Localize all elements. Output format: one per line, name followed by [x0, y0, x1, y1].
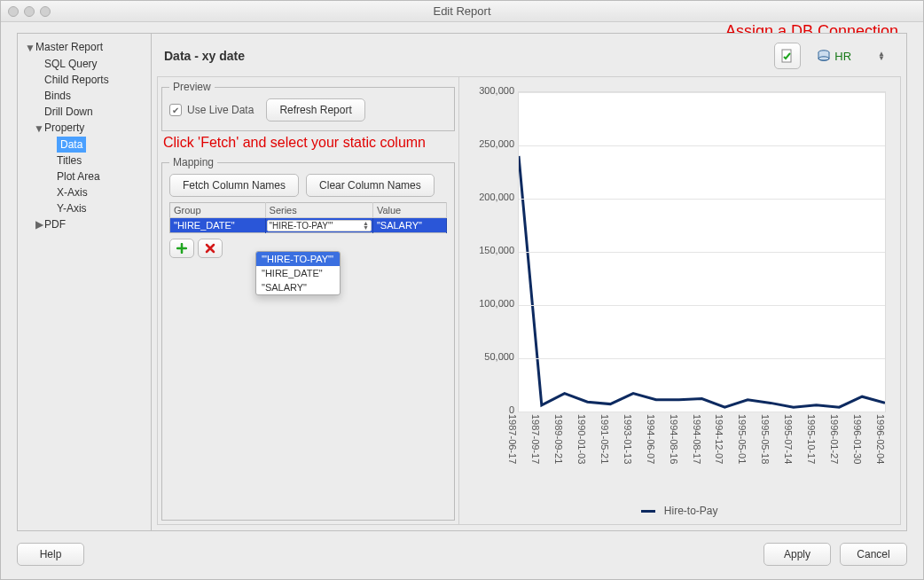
x-tick-label: 1987-09-17 — [530, 414, 541, 464]
tree-master-report[interactable]: ▼Master Report — [21, 39, 147, 56]
y-tick-label: 100,000 — [465, 298, 514, 309]
mapping-table: Group Series Value "HIRE_DATE" "HIRE-TO-… — [169, 202, 447, 233]
cell-group[interactable]: "HIRE_DATE" — [170, 218, 266, 233]
x-icon — [205, 243, 215, 254]
x-tick-label: 1995-05-01 — [737, 414, 748, 464]
x-tick-label: 1994-08-17 — [692, 414, 702, 464]
col-value[interactable]: Value — [372, 203, 446, 218]
mapping-legend: Mapping — [169, 156, 217, 169]
x-tick-label: 1996-01-30 — [852, 414, 863, 464]
cancel-button[interactable]: Cancel — [840, 543, 907, 566]
x-tick-label: 1995-07-14 — [783, 414, 794, 464]
disclosure-triangle-icon[interactable]: ▶ — [34, 218, 44, 231]
x-tick-label: 1991-05-21 — [599, 414, 610, 464]
x-tick-label: 1995-05-18 — [760, 414, 771, 464]
tree-binds[interactable]: Binds — [21, 88, 147, 104]
cell-value[interactable]: "SALARY" — [372, 218, 446, 233]
panel-title: Data - xy date — [164, 49, 245, 63]
apply-button[interactable]: Apply — [763, 543, 831, 566]
disclosure-triangle-icon[interactable]: ▼ — [25, 42, 35, 54]
edit-report-window: Edit Report Assign a DB Connection ▼Mast… — [0, 0, 924, 580]
db-connection-label: HR — [834, 50, 851, 63]
tree-drill-down[interactable]: Drill Down — [21, 104, 147, 120]
clear-column-names-button[interactable]: Clear Column Names — [306, 174, 435, 197]
data-body: Preview ✔ Use Live Data Refresh Report C… — [157, 76, 901, 525]
y-tick-label: 300,000 — [465, 85, 514, 96]
x-tick-label: 1990-01-03 — [576, 414, 587, 464]
report-tree: ▼Master Report SQL Query Child Reports B… — [18, 34, 151, 530]
x-tick-label: 1994-08-16 — [669, 414, 679, 464]
chart-preview-pane: 1987-06-171987-09-171989-09-211990-01-03… — [459, 77, 900, 524]
db-connection-selector[interactable]: HR ▲▼ — [808, 49, 894, 63]
use-live-data-checkbox[interactable]: ✔ Use Live Data — [169, 104, 254, 116]
add-row-button[interactable] — [169, 239, 194, 258]
y-tick-label: 0 — [465, 404, 514, 415]
window-title: Edit Report — [1, 4, 923, 18]
x-tick-label: 1995-10-17 — [806, 414, 817, 464]
database-icon — [817, 49, 831, 63]
tree-sql-query[interactable]: SQL Query — [21, 56, 147, 72]
tree-y-axis[interactable]: Y-Axis — [21, 200, 147, 216]
data-header: Data - xy date HR ▲▼ — [157, 39, 901, 76]
tree-data[interactable]: Data — [57, 137, 86, 153]
tree-plot-area[interactable]: Plot Area — [21, 169, 147, 184]
col-group[interactable]: Group — [170, 203, 266, 218]
x-tick-label: 1994-12-07 — [714, 414, 724, 464]
disclosure-triangle-icon[interactable]: ▼ — [34, 122, 44, 135]
tree-property[interactable]: ▼Property — [21, 120, 147, 137]
tree-pdf[interactable]: ▶PDF — [21, 216, 147, 233]
x-tick-label: 1987-06-17 — [507, 414, 518, 464]
line-chart: 1987-06-171987-09-171989-09-211990-01-03… — [465, 82, 895, 519]
tree-x-axis[interactable]: X-Axis — [21, 184, 147, 200]
dropdown-option[interactable]: "HIRE_DATE" — [256, 266, 340, 280]
mapping-pane: Preview ✔ Use Live Data Refresh Report C… — [158, 77, 459, 524]
mapping-group: Mapping Fetch Column Names Clear Column … — [161, 156, 455, 521]
x-axis-ticks: 1987-06-171987-09-171989-09-211990-01-03… — [518, 414, 886, 510]
help-button[interactable]: Help — [17, 543, 84, 566]
x-tick-label: 1993-01-13 — [623, 414, 633, 464]
y-tick-label: 50,000 — [465, 351, 514, 362]
preview-group: Preview ✔ Use Live Data Refresh Report — [161, 81, 455, 131]
x-tick-label: 1989-09-21 — [553, 414, 564, 464]
chart-legend: Hire-to-Pay — [465, 505, 895, 517]
dialog-footer: Help Apply Cancel — [17, 538, 907, 570]
y-tick-label: 150,000 — [465, 245, 514, 255]
legend-swatch — [641, 510, 655, 513]
legend-label: Hire-to-Pay — [664, 505, 718, 517]
titlebar: Edit Report — [1, 1, 923, 22]
mapping-row[interactable]: "HIRE_DATE" "HIRE-TO-PAY"' ▲▼ "SALARY" — [170, 218, 447, 233]
fetch-column-names-button[interactable]: Fetch Column Names — [169, 174, 299, 197]
y-tick-label: 200,000 — [465, 192, 514, 202]
cell-series-selector[interactable]: "HIRE-TO-PAY"' ▲▼ — [267, 220, 372, 231]
stepper-arrows-icon: ▲▼ — [363, 221, 369, 230]
validate-button[interactable] — [774, 43, 801, 69]
dropdown-option[interactable]: '"HIRE-TO-PAY"' — [256, 252, 340, 266]
series-dropdown[interactable]: '"HIRE-TO-PAY"' "HIRE_DATE" "SALARY" — [255, 251, 341, 295]
preview-legend: Preview — [169, 81, 215, 93]
content-area: ▼Master Report SQL Query Child Reports B… — [17, 33, 907, 531]
annotation-fetch-hint: Click 'Fetch' and select your static col… — [161, 135, 455, 153]
dropdown-option[interactable]: "SALARY" — [256, 280, 340, 294]
x-tick-label: 1996-02-04 — [875, 414, 886, 464]
stepper-arrows-icon[interactable]: ▲▼ — [878, 51, 885, 60]
y-tick-label: 250,000 — [465, 138, 514, 149]
plus-icon — [176, 243, 187, 254]
tree-child-reports[interactable]: Child Reports — [21, 72, 147, 88]
delete-row-button[interactable] — [198, 239, 223, 258]
tree-titles[interactable]: Titles — [21, 153, 147, 169]
x-tick-label: 1996-01-27 — [829, 414, 840, 464]
svg-rect-0 — [782, 50, 791, 62]
checkbox-icon: ✔ — [169, 104, 182, 116]
col-series[interactable]: Series — [265, 203, 372, 218]
data-panel: Data - xy date HR ▲▼ Preview — [151, 34, 906, 530]
check-document-icon — [780, 49, 795, 63]
x-tick-label: 1994-06-07 — [646, 414, 656, 464]
refresh-report-button[interactable]: Refresh Report — [266, 98, 364, 121]
plot-area — [518, 91, 886, 412]
